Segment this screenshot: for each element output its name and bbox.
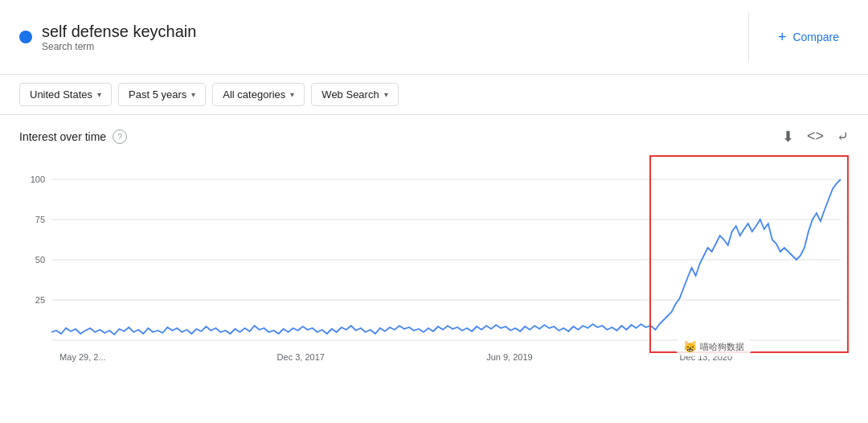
categories-chevron-icon: ▾ xyxy=(290,90,294,99)
region-filter[interactable]: United States ▾ xyxy=(19,83,112,106)
categories-filter[interactable]: All categories ▾ xyxy=(212,83,305,106)
compare-label: Compare xyxy=(792,31,839,43)
compare-button[interactable]: + Compare xyxy=(768,23,849,52)
chart-actions: ⬇ <> ⤶ xyxy=(782,128,849,146)
watermark-text: 喵哈狗数据 xyxy=(700,341,744,353)
compare-plus-icon: + xyxy=(778,29,787,46)
svg-text:100: 100 xyxy=(31,175,45,184)
search-term-type: Search term xyxy=(42,41,196,52)
categories-label: All categories xyxy=(223,88,285,101)
search-type-label: Web Search xyxy=(321,88,379,101)
time-range-filter[interactable]: Past 5 years ▾ xyxy=(118,83,206,106)
search-term-dot xyxy=(19,31,32,43)
time-range-label: Past 5 years xyxy=(129,88,186,101)
svg-text:75: 75 xyxy=(35,215,45,224)
watermark: 😸 喵哈狗数据 xyxy=(675,337,752,356)
search-type-filter[interactable]: Web Search ▾ xyxy=(311,83,398,106)
help-question-mark: ? xyxy=(117,132,122,142)
search-term-text: self defense keychain Search term xyxy=(42,23,196,52)
svg-text:May 29, 2...: May 29, 2... xyxy=(59,352,106,362)
chart-section: Interest over time ? ⬇ <> ⤶ 100 75 50 25… xyxy=(0,115,868,387)
region-label: United States xyxy=(30,88,92,101)
search-type-chevron-icon: ▾ xyxy=(384,90,388,99)
watermark-face-icon: 😸 xyxy=(683,340,697,353)
chart-title-row: Interest over time ? xyxy=(19,129,127,144)
filters-bar: United States ▾ Past 5 years ▾ All categ… xyxy=(0,75,868,115)
share-icon[interactable]: ⤶ xyxy=(837,128,849,146)
svg-text:25: 25 xyxy=(35,295,45,305)
search-term-block: self defense keychain Search term xyxy=(19,23,729,52)
header-divider xyxy=(748,13,749,61)
svg-text:Dec 3, 2017: Dec 3, 2017 xyxy=(277,352,325,362)
embed-icon[interactable]: <> xyxy=(807,128,824,146)
region-chevron-icon: ▾ xyxy=(97,90,101,99)
svg-text:Jun 9, 2019: Jun 9, 2019 xyxy=(486,352,533,362)
chart-title: Interest over time xyxy=(19,130,106,143)
header: self defense keychain Search term + Comp… xyxy=(0,0,868,75)
download-icon[interactable]: ⬇ xyxy=(782,128,794,146)
search-term-title: self defense keychain xyxy=(42,23,196,41)
time-range-chevron-icon: ▾ xyxy=(191,90,195,99)
chart-header: Interest over time ? ⬇ <> ⤶ xyxy=(19,128,849,146)
chart-container: 100 75 50 25 May 29, 2... Dec 3, 2017 Ju… xyxy=(19,155,849,380)
help-icon[interactable]: ? xyxy=(113,129,127,144)
svg-text:50: 50 xyxy=(35,255,45,265)
